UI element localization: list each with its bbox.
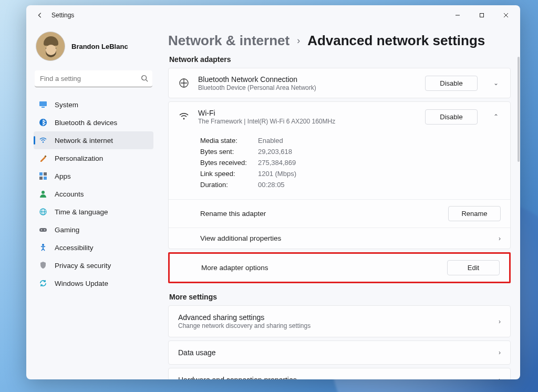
sidebar-item-time-language[interactable]: Time & language	[34, 203, 153, 221]
scrollbar[interactable]	[518, 57, 520, 162]
sidebar-item-label: Privacy & security	[55, 262, 111, 270]
adapter-subtitle: The Framework | Intel(R) Wi-Fi 6 AX200 1…	[198, 118, 417, 125]
sidebar-item-label: Personalization	[55, 154, 103, 162]
stat-value: Enabled	[258, 137, 501, 145]
stat-value: 275,384,869	[258, 159, 501, 167]
sidebar-item-bluetooth[interactable]: Bluetooth & devices	[34, 114, 153, 131]
disable-button[interactable]: Disable	[425, 109, 478, 125]
highlight-box: More adapter options Edit	[168, 252, 511, 283]
sidebar-item-label: Windows Update	[55, 280, 108, 287]
chevron-right-icon: ›	[499, 349, 501, 356]
section-heading-more: More settings	[169, 293, 518, 301]
row-label: View additional properties	[200, 234, 281, 242]
more-adapter-options-row: More adapter options Edit	[170, 254, 509, 282]
row-title: Hardware and connection properties	[178, 376, 297, 379]
row-subtitle: Change network discovery and sharing set…	[178, 322, 311, 329]
view-properties-row[interactable]: View additional properties ›	[169, 228, 510, 249]
svg-rect-10	[44, 172, 47, 176]
wifi-icon	[39, 136, 47, 145]
chevron-right-icon: ›	[499, 376, 501, 379]
chevron-down-icon[interactable]: ⌄	[491, 79, 501, 87]
hardware-properties-row[interactable]: Hardware and connection properties ›	[168, 368, 511, 379]
rename-button[interactable]: Rename	[448, 206, 501, 221]
network-adapter-icon	[178, 77, 190, 89]
accessibility-icon	[39, 243, 47, 252]
adapter-details: Media state: Enabled Bytes sent: 29,203,…	[169, 131, 510, 199]
gaming-icon	[39, 225, 47, 234]
sidebar-item-label: Gaming	[55, 226, 79, 234]
sidebar-item-network[interactable]: Network & internet	[34, 131, 153, 149]
stat-key: Bytes received:	[200, 159, 258, 167]
sidebar-item-system[interactable]: System	[34, 96, 153, 114]
adapter-card-bluetooth: Bluetooth Network Connection Bluetooth D…	[168, 68, 511, 98]
sidebar-item-gaming[interactable]: Gaming	[34, 221, 153, 239]
stat-key: Bytes sent:	[200, 148, 258, 156]
sidebar-item-label: Accessibility	[55, 244, 94, 252]
search-box	[35, 70, 152, 87]
settings-window: Settings Brandon LeBlanc	[26, 5, 520, 379]
adapter-subtitle: Bluetooth Device (Personal Area Network)	[198, 84, 417, 91]
svg-rect-4	[39, 101, 47, 106]
adapter-title: Wi-Fi	[198, 109, 417, 117]
stat-value: 1201 (Mbps)	[258, 170, 501, 178]
chevron-right-icon: ›	[499, 235, 501, 242]
data-usage-row[interactable]: Data usage ›	[168, 341, 511, 365]
edit-button[interactable]: Edit	[447, 260, 500, 275]
svg-rect-1	[480, 14, 484, 17]
chevron-right-icon: ›	[499, 318, 501, 325]
sidebar-item-privacy[interactable]: Privacy & security	[34, 256, 153, 274]
sidebar-item-label: System	[55, 101, 78, 109]
disable-button[interactable]: Disable	[425, 76, 478, 91]
adapter-card-wifi: Wi-Fi The Framework | Intel(R) Wi-Fi 6 A…	[168, 101, 511, 249]
sidebar-item-apps[interactable]: Apps	[34, 167, 153, 185]
monitor-icon	[39, 100, 47, 109]
svg-rect-17	[39, 228, 47, 232]
svg-rect-11	[39, 177, 43, 180]
svg-rect-12	[44, 177, 47, 180]
breadcrumb-parent[interactable]: Network & internet	[168, 33, 289, 49]
minimize-button[interactable]	[446, 7, 470, 24]
chevron-right-icon: ›	[297, 35, 300, 46]
person-icon	[39, 190, 47, 198]
search-input[interactable]	[35, 70, 152, 87]
shield-icon	[39, 261, 47, 270]
stat-key: Duration:	[200, 181, 258, 189]
svg-point-19	[44, 230, 45, 231]
paint-icon	[39, 154, 47, 162]
sidebar-item-accessibility[interactable]: Accessibility	[34, 239, 153, 256]
titlebar: Settings	[26, 5, 520, 25]
chevron-up-icon[interactable]: ⌃	[491, 113, 501, 120]
maximize-button[interactable]	[470, 7, 494, 24]
update-icon	[39, 279, 47, 287]
row-title: Advanced sharing settings	[178, 313, 311, 322]
window-title: Settings	[51, 12, 74, 19]
svg-rect-5	[42, 107, 45, 108]
sidebar-item-windows-update[interactable]: Windows Update	[34, 274, 153, 292]
row-label: Rename this adapter	[200, 210, 266, 218]
row-label: More adapter options	[201, 264, 268, 272]
sidebar-item-accounts[interactable]: Accounts	[34, 185, 153, 203]
avatar	[36, 32, 65, 61]
svg-point-24	[183, 118, 185, 120]
rename-adapter-row: Rename this adapter Rename	[169, 199, 510, 228]
stat-value: 29,203,618	[258, 148, 501, 156]
apps-icon	[39, 172, 47, 180]
sidebar-item-label: Network & internet	[55, 137, 113, 145]
main-content: Network & internet › Advanced network se…	[159, 25, 520, 379]
sidebar-item-personalization[interactable]: Personalization	[34, 149, 153, 167]
adapter-title: Bluetooth Network Connection	[198, 75, 417, 84]
page-title: Advanced network settings	[307, 33, 485, 49]
back-button[interactable]	[32, 7, 48, 24]
row-title: Data usage	[178, 348, 216, 357]
close-button[interactable]	[494, 7, 518, 24]
profile-block[interactable]: Brandon LeBlanc	[34, 28, 153, 68]
breadcrumb: Network & internet › Advanced network se…	[168, 33, 518, 49]
svg-point-18	[41, 230, 42, 231]
nav: System Bluetooth & devices Network & int…	[34, 96, 153, 292]
sidebar-item-label: Accounts	[55, 190, 84, 198]
svg-point-20	[42, 244, 44, 246]
bluetooth-icon	[39, 118, 47, 127]
wifi-adapter-icon	[178, 111, 190, 122]
advanced-sharing-row[interactable]: Advanced sharing settings Change network…	[168, 305, 511, 337]
sidebar-item-label: Apps	[55, 172, 71, 180]
